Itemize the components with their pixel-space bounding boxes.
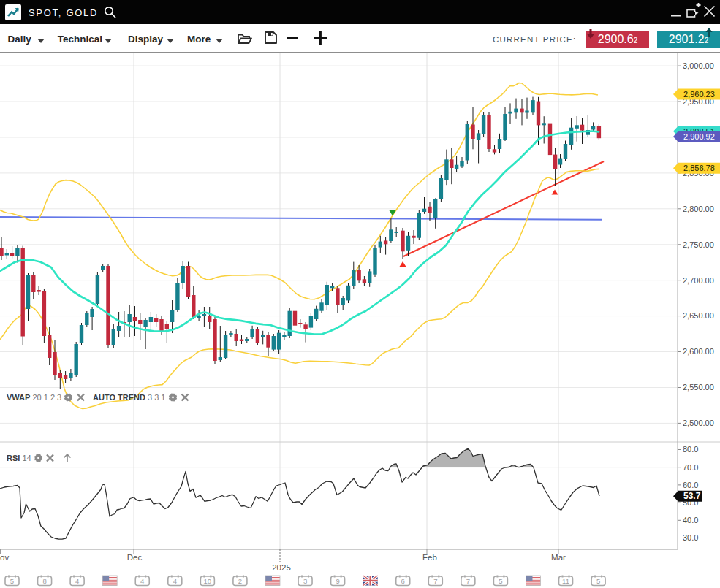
svg-text:2,500.00: 2,500.00 (683, 419, 714, 427)
svg-text:8: 8 (42, 577, 46, 585)
svg-text:60.0: 60.0 (683, 481, 698, 489)
svg-text:2025: 2025 (272, 563, 291, 572)
svg-text:5: 5 (596, 577, 600, 585)
svg-text:2,960.23: 2,960.23 (683, 90, 715, 99)
svg-text:2,600.00: 2,600.00 (683, 347, 714, 356)
svg-text:7: 7 (433, 577, 437, 585)
svg-text:5: 5 (10, 577, 14, 585)
svg-text:70.0: 70.0 (683, 463, 698, 472)
svg-text:2: 2 (238, 577, 242, 585)
svg-text:AUTO TREND 3 3 1: AUTO TREND 3 3 1 (93, 393, 165, 402)
svg-text:80.0: 80.0 (683, 445, 698, 454)
svg-text:RSI 14: RSI 14 (7, 454, 31, 462)
svg-text:4: 4 (140, 577, 144, 585)
svg-text:2,750.00: 2,750.00 (683, 240, 714, 249)
svg-text:Feb: Feb (422, 553, 437, 562)
svg-text:9: 9 (336, 577, 339, 585)
svg-text:11: 11 (562, 577, 569, 585)
svg-text:Mar: Mar (551, 553, 566, 562)
svg-text:Nov: Nov (0, 553, 9, 562)
svg-text:2,900.92: 2,900.92 (683, 132, 715, 141)
svg-text:7: 7 (466, 577, 470, 585)
svg-text:2,650.00: 2,650.00 (683, 311, 714, 320)
svg-text:2,856.78: 2,856.78 (683, 164, 715, 172)
svg-text:10: 10 (204, 577, 212, 585)
svg-text:4: 4 (75, 577, 79, 585)
svg-text:6: 6 (401, 577, 405, 585)
svg-text:5: 5 (499, 577, 502, 585)
svg-text:3: 3 (303, 577, 307, 585)
svg-text:40.0: 40.0 (683, 516, 698, 524)
svg-text:Dec: Dec (127, 553, 143, 562)
svg-text:2,800.00: 2,800.00 (683, 205, 714, 213)
svg-text:4: 4 (173, 577, 177, 585)
svg-text:3,000.00: 3,000.00 (683, 61, 714, 70)
svg-text:VWAP 20 1 2 3: VWAP 20 1 2 3 (7, 393, 61, 402)
svg-text:2,700.00: 2,700.00 (683, 276, 714, 285)
svg-text:53.7: 53.7 (683, 491, 701, 501)
svg-text:30.0: 30.0 (683, 533, 698, 542)
svg-text:2,550.00: 2,550.00 (683, 383, 714, 392)
